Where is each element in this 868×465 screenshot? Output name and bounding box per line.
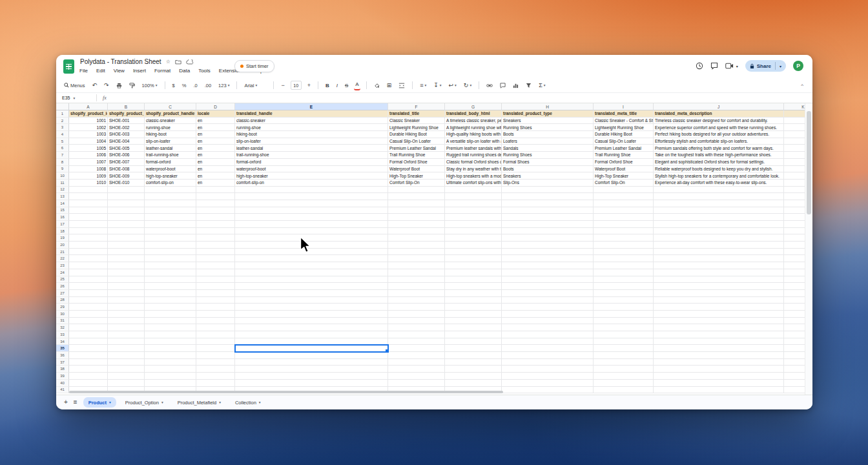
grid-cell-J18[interactable]: [654, 228, 784, 235]
grid-cell-C40[interactable]: [145, 380, 196, 387]
star-icon[interactable]: ☆: [166, 59, 170, 65]
grid-cell-C31[interactable]: [145, 318, 196, 325]
grid-cell-A21[interactable]: [69, 249, 108, 256]
grid-cell-H2[interactable]: Sneakers: [502, 118, 594, 125]
grid-cell-C7[interactable]: trail-running-shoe: [145, 152, 196, 159]
grid-cell-F31[interactable]: [388, 318, 445, 325]
grid-cell-D34[interactable]: [196, 338, 235, 346]
grid-cell-D26[interactable]: [196, 283, 235, 290]
grid-cell-G33[interactable]: [445, 331, 502, 338]
grid-cell-D9[interactable]: en: [196, 166, 235, 173]
grid-cell-G22[interactable]: [445, 255, 502, 262]
grid-cell-C10[interactable]: high-top-sneaker: [145, 172, 196, 180]
grid-cell-J12[interactable]: [654, 187, 784, 194]
menu-format[interactable]: Format: [154, 68, 170, 74]
grid-cell-J14[interactable]: [654, 200, 784, 207]
grid-cell-B13[interactable]: [108, 193, 145, 200]
grid-cell-J35[interactable]: [654, 345, 784, 352]
grid-cell-A38[interactable]: [69, 366, 108, 373]
grid-cell-C17[interactable]: [145, 221, 196, 228]
grid-cell-E5[interactable]: slip-on-loafer: [235, 138, 388, 145]
grid-cell-I21[interactable]: [594, 249, 654, 256]
grid-cell-D29[interactable]: [196, 304, 235, 311]
grid-cell-G37[interactable]: [445, 359, 502, 366]
grid-cell-G19[interactable]: [445, 234, 502, 242]
grid-cell-B18[interactable]: [108, 228, 145, 235]
grid-cell-E39[interactable]: [235, 373, 388, 380]
grid-cell-F39[interactable]: [388, 373, 445, 380]
grid-cell-G30[interactable]: [445, 311, 502, 318]
grid-cell-B9[interactable]: SHOE-008: [108, 166, 145, 173]
grid-cell-E29[interactable]: [235, 304, 388, 311]
increase-font-size-button[interactable]: +: [306, 81, 312, 90]
grid-cell-J22[interactable]: [654, 255, 784, 262]
grid-cell-A25[interactable]: [69, 276, 108, 284]
horizontal-scrollbar[interactable]: [69, 391, 503, 393]
grid-cell-C39[interactable]: [145, 373, 196, 380]
row-header-14[interactable]: 14: [56, 200, 69, 207]
grid-cell-F8[interactable]: Formal Oxford Shoe: [388, 159, 445, 166]
sheet-tab-collection[interactable]: Collection▾: [230, 397, 266, 408]
grid-cell-D20[interactable]: [196, 242, 235, 249]
grid-cell-B32[interactable]: [108, 324, 145, 331]
grid-cell-B12[interactable]: [108, 187, 145, 194]
grid-cell-H19[interactable]: [502, 234, 594, 242]
functions-button[interactable]: Σ ▾: [537, 81, 546, 90]
grid-cell-I27[interactable]: [594, 290, 654, 297]
grid-cell-H27[interactable]: [502, 290, 594, 297]
grid-cell-F3[interactable]: Lightweight Running Shoe: [388, 124, 445, 131]
grid-cell-H15[interactable]: [502, 207, 594, 214]
grid-cell-J32[interactable]: [654, 324, 784, 331]
grid-cell-H21[interactable]: [502, 249, 594, 256]
grid-cell-D3[interactable]: en: [196, 124, 235, 131]
row-header-21[interactable]: 21: [56, 249, 69, 256]
grid-cell-I33[interactable]: [594, 331, 654, 338]
grid-cell-H14[interactable]: [502, 200, 594, 207]
grid-cell-D28[interactable]: [196, 297, 235, 304]
grid-cell-F25[interactable]: [388, 276, 445, 284]
create-filter-button[interactable]: [524, 81, 533, 90]
grid-cell-I4[interactable]: Durable Hiking Boot: [594, 131, 654, 138]
grid-cell-G38[interactable]: [445, 366, 502, 373]
row-header-32[interactable]: 32: [56, 324, 69, 331]
grid-cell-J40[interactable]: [654, 380, 784, 387]
grid-cell-F12[interactable]: [388, 187, 445, 194]
grid-cell-C1[interactable]: shopify_product_handle: [145, 110, 196, 118]
grid-cell-A11[interactable]: 1010: [69, 180, 108, 187]
grid-cell-D12[interactable]: [196, 187, 235, 194]
grid-cell-J3[interactable]: Experience superior comfort and speed wi…: [654, 124, 784, 131]
grid-cell-I28[interactable]: [594, 297, 654, 304]
grid-cell-B2[interactable]: SHOE-001: [108, 118, 145, 125]
row-header-25[interactable]: 25: [56, 276, 69, 284]
grid-cell-I37[interactable]: [594, 359, 654, 366]
grid-cell-J10[interactable]: Stylish high-top sneakers for a contempo…: [654, 172, 784, 180]
text-color-button[interactable]: A: [354, 80, 360, 90]
row-header-11[interactable]: 11: [56, 180, 69, 187]
grid-cell-E32[interactable]: [235, 324, 388, 331]
start-timer-button[interactable]: Start timer: [234, 60, 274, 72]
grid-cell-A5[interactable]: 1004: [69, 138, 108, 145]
grid-cell-J4[interactable]: Perfect hiking boots designed for all yo…: [654, 131, 784, 138]
row-header-41[interactable]: 41: [56, 387, 69, 394]
grid-cell-B24[interactable]: [108, 269, 145, 276]
grid-cell-E12[interactable]: [235, 187, 388, 194]
grid-cell-A23[interactable]: [69, 262, 108, 269]
grid-cell-E22[interactable]: [235, 255, 388, 262]
grid-cell-G6[interactable]: Premium leather sandals with a cush: [445, 145, 502, 152]
grid-cell-E16[interactable]: [235, 214, 388, 221]
grid-cell-H1[interactable]: translated_product_type: [502, 110, 594, 118]
grid-cell-A29[interactable]: [69, 304, 108, 311]
row-header-3[interactable]: 3: [56, 124, 69, 131]
grid-cell-I16[interactable]: [594, 214, 654, 221]
grid-cell-E3[interactable]: running-shoe: [235, 124, 388, 131]
grid-cell-H9[interactable]: Boots: [502, 166, 594, 173]
grid-cell-J27[interactable]: [654, 290, 784, 297]
vertical-scrollbar-rail[interactable]: [805, 103, 812, 395]
grid-cell-B15[interactable]: [108, 207, 145, 214]
grid-cell-A2[interactable]: 1001: [69, 118, 108, 125]
comment-history-icon[interactable]: [710, 62, 718, 70]
grid-cell-E34[interactable]: [235, 338, 388, 346]
grid-cell-E20[interactable]: [235, 242, 388, 249]
row-header-10[interactable]: 10: [56, 172, 69, 180]
grid-cell-H28[interactable]: [502, 297, 594, 304]
